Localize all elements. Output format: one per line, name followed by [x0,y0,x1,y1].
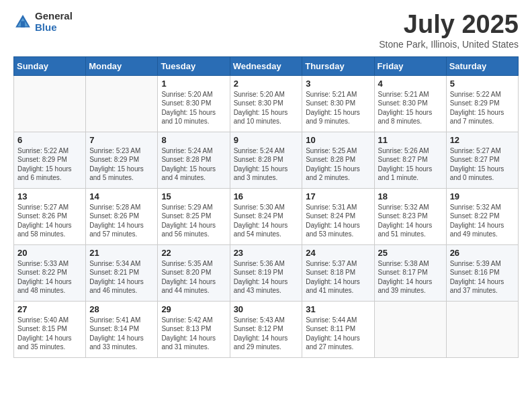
day-number: 12 [450,135,515,145]
svg-rect-2 [21,21,25,27]
day-info: Sunrise: 5:44 AM Sunset: 8:11 PM Dayligh… [306,316,370,352]
calendar-cell: 26Sunrise: 5:39 AM Sunset: 8:16 PM Dayli… [446,244,518,301]
day-info: Sunrise: 5:32 AM Sunset: 8:23 PM Dayligh… [378,203,443,239]
calendar-cell: 28Sunrise: 5:41 AM Sunset: 8:14 PM Dayli… [86,301,158,357]
title-block: July 2025 Stone Park, Illinois, United S… [379,11,519,50]
day-info: Sunrise: 5:24 AM Sunset: 8:28 PM Dayligh… [161,146,226,183]
day-number: 19 [450,191,515,201]
calendar-cell [14,75,86,132]
location: Stone Park, Illinois, United States [379,39,519,50]
day-number: 30 [234,304,299,314]
day-info: Sunrise: 5:20 AM Sunset: 8:30 PM Dayligh… [234,90,299,126]
calendar-cell: 25Sunrise: 5:38 AM Sunset: 8:17 PM Dayli… [374,244,446,301]
calendar-cell: 31Sunrise: 5:44 AM Sunset: 8:11 PM Dayli… [302,301,374,357]
calendar-week-row: 20Sunrise: 5:33 AM Sunset: 8:22 PM Dayli… [14,244,519,301]
day-info: Sunrise: 5:40 AM Sunset: 8:15 PM Dayligh… [17,316,82,352]
day-number: 21 [89,248,154,258]
day-number: 17 [306,191,370,201]
day-info: Sunrise: 5:27 AM Sunset: 8:26 PM Dayligh… [17,203,82,239]
calendar-cell: 29Sunrise: 5:42 AM Sunset: 8:13 PM Dayli… [158,301,230,357]
day-number: 7 [89,135,154,145]
day-info: Sunrise: 5:41 AM Sunset: 8:14 PM Dayligh… [89,316,154,352]
day-number: 26 [450,248,515,258]
day-number: 5 [450,79,515,89]
weekday-header: Tuesday [158,56,230,75]
day-number: 29 [161,304,226,314]
calendar: SundayMondayTuesdayWednesdayThursdayFrid… [13,56,519,358]
calendar-cell: 20Sunrise: 5:33 AM Sunset: 8:22 PM Dayli… [14,244,86,301]
day-number: 24 [306,248,370,258]
day-info: Sunrise: 5:32 AM Sunset: 8:22 PM Dayligh… [450,203,515,239]
calendar-week-row: 1Sunrise: 5:20 AM Sunset: 8:30 PM Daylig… [14,75,519,132]
logo-blue-text: Blue [35,22,73,34]
day-number: 18 [378,191,443,201]
calendar-cell [446,301,518,357]
day-number: 11 [378,135,443,145]
day-number: 10 [306,135,370,145]
day-number: 13 [17,191,82,201]
calendar-header-row: SundayMondayTuesdayWednesdayThursdayFrid… [14,56,519,75]
day-info: Sunrise: 5:37 AM Sunset: 8:18 PM Dayligh… [306,259,370,295]
calendar-cell: 27Sunrise: 5:40 AM Sunset: 8:15 PM Dayli… [14,301,86,357]
calendar-cell: 8Sunrise: 5:24 AM Sunset: 8:28 PM Daylig… [158,132,230,188]
calendar-cell: 10Sunrise: 5:25 AM Sunset: 8:28 PM Dayli… [302,132,374,188]
calendar-cell: 30Sunrise: 5:43 AM Sunset: 8:12 PM Dayli… [230,301,302,357]
calendar-cell [86,75,158,132]
day-info: Sunrise: 5:31 AM Sunset: 8:24 PM Dayligh… [306,203,370,239]
logo-text: General Blue [35,11,73,33]
calendar-cell: 18Sunrise: 5:32 AM Sunset: 8:23 PM Dayli… [374,188,446,244]
day-number: 22 [161,248,226,258]
day-number: 4 [378,79,443,89]
day-info: Sunrise: 5:36 AM Sunset: 8:19 PM Dayligh… [234,259,299,295]
calendar-cell: 9Sunrise: 5:24 AM Sunset: 8:28 PM Daylig… [230,132,302,188]
calendar-cell: 21Sunrise: 5:34 AM Sunset: 8:21 PM Dayli… [86,244,158,301]
day-number: 23 [234,248,299,258]
day-number: 1 [161,79,226,89]
day-info: Sunrise: 5:22 AM Sunset: 8:29 PM Dayligh… [17,146,82,183]
calendar-week-row: 6Sunrise: 5:22 AM Sunset: 8:29 PM Daylig… [14,132,519,188]
day-info: Sunrise: 5:42 AM Sunset: 8:13 PM Dayligh… [161,316,226,352]
day-info: Sunrise: 5:25 AM Sunset: 8:28 PM Dayligh… [306,146,370,183]
day-info: Sunrise: 5:20 AM Sunset: 8:30 PM Dayligh… [161,90,226,126]
weekday-header: Saturday [446,56,518,75]
calendar-week-row: 27Sunrise: 5:40 AM Sunset: 8:15 PM Dayli… [14,301,519,357]
day-number: 27 [17,304,82,314]
day-info: Sunrise: 5:29 AM Sunset: 8:25 PM Dayligh… [161,203,226,239]
day-number: 16 [234,191,299,201]
calendar-cell: 5Sunrise: 5:22 AM Sunset: 8:29 PM Daylig… [446,75,518,132]
day-number: 25 [378,248,443,258]
day-number: 14 [89,191,154,201]
logo-icon [13,13,32,32]
day-info: Sunrise: 5:28 AM Sunset: 8:26 PM Dayligh… [89,203,154,239]
day-info: Sunrise: 5:35 AM Sunset: 8:20 PM Dayligh… [161,259,226,295]
calendar-cell: 15Sunrise: 5:29 AM Sunset: 8:25 PM Dayli… [158,188,230,244]
weekday-header: Friday [374,56,446,75]
weekday-header: Sunday [14,56,86,75]
day-info: Sunrise: 5:33 AM Sunset: 8:22 PM Dayligh… [17,259,82,295]
logo-general-text: General [35,11,73,22]
day-info: Sunrise: 5:22 AM Sunset: 8:29 PM Dayligh… [450,90,515,126]
calendar-cell: 17Sunrise: 5:31 AM Sunset: 8:24 PM Dayli… [302,188,374,244]
day-info: Sunrise: 5:23 AM Sunset: 8:29 PM Dayligh… [89,146,154,183]
day-info: Sunrise: 5:43 AM Sunset: 8:12 PM Dayligh… [234,316,299,352]
day-info: Sunrise: 5:21 AM Sunset: 8:30 PM Dayligh… [306,90,370,126]
day-number: 3 [306,79,370,89]
day-info: Sunrise: 5:24 AM Sunset: 8:28 PM Dayligh… [234,146,299,183]
calendar-cell: 3Sunrise: 5:21 AM Sunset: 8:30 PM Daylig… [302,75,374,132]
calendar-cell: 24Sunrise: 5:37 AM Sunset: 8:18 PM Dayli… [302,244,374,301]
calendar-week-row: 13Sunrise: 5:27 AM Sunset: 8:26 PM Dayli… [14,188,519,244]
day-number: 28 [89,304,154,314]
month-title: July 2025 [379,11,519,39]
calendar-cell: 12Sunrise: 5:27 AM Sunset: 8:27 PM Dayli… [446,132,518,188]
day-number: 15 [161,191,226,201]
day-number: 2 [234,79,299,89]
day-number: 6 [17,135,82,145]
header: General Blue July 2025 Stone Park, Illin… [13,11,519,50]
day-info: Sunrise: 5:39 AM Sunset: 8:16 PM Dayligh… [450,259,515,295]
calendar-cell: 23Sunrise: 5:36 AM Sunset: 8:19 PM Dayli… [230,244,302,301]
day-info: Sunrise: 5:34 AM Sunset: 8:21 PM Dayligh… [89,259,154,295]
calendar-cell: 1Sunrise: 5:20 AM Sunset: 8:30 PM Daylig… [158,75,230,132]
day-number: 8 [161,135,226,145]
calendar-cell: 16Sunrise: 5:30 AM Sunset: 8:24 PM Dayli… [230,188,302,244]
calendar-cell: 6Sunrise: 5:22 AM Sunset: 8:29 PM Daylig… [14,132,86,188]
